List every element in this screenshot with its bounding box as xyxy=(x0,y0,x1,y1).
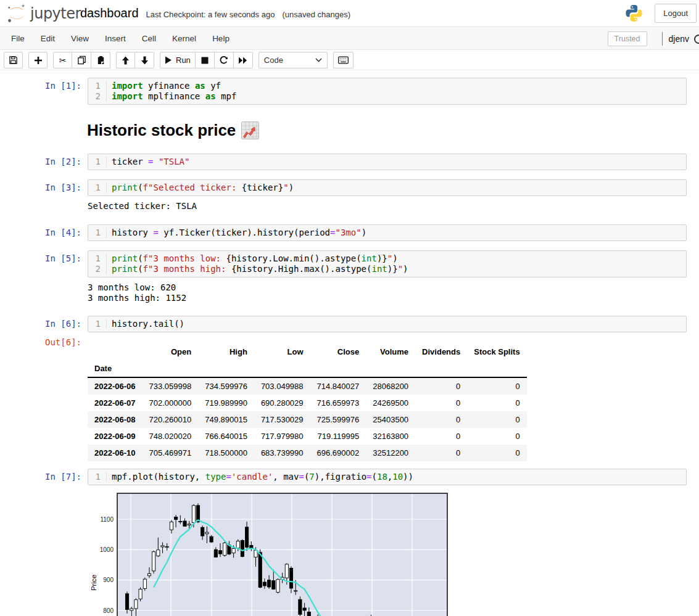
header-right: Logout xyxy=(624,4,697,23)
cell-type-value: Code xyxy=(264,55,283,65)
table-column-header: Volume xyxy=(366,343,415,360)
logout-button[interactable]: Logout xyxy=(655,4,697,23)
jupyter-logo-text: jupyter xyxy=(30,5,81,22)
move-up-button[interactable] xyxy=(116,52,135,68)
cell-input-box: 1ticker = "TSLA" xyxy=(88,154,687,170)
table-value-cell: 0 xyxy=(415,377,467,395)
notebook-title[interactable]: dashboard xyxy=(80,6,139,20)
table-date-cell: 2022-06-10 xyxy=(88,445,143,461)
code-editor[interactable]: print(f"Selected ticker: {ticker}") xyxy=(107,183,686,193)
table-value-cell: 733.059998 xyxy=(143,377,199,395)
table-index-label: Date xyxy=(88,360,143,377)
svg-text:Price: Price xyxy=(90,575,97,591)
table-value-cell: 717.530029 xyxy=(254,411,310,428)
cell-type-select[interactable]: Code xyxy=(259,52,328,68)
scissors-icon: ✂ xyxy=(59,56,67,65)
cell-input-box: 1mpf.plot(history, type='candle', mav=(7… xyxy=(88,469,687,485)
input-prompt: In [2]: xyxy=(0,154,81,167)
table-row: 2022-06-07702.000000719.989990690.280029… xyxy=(88,395,527,411)
line-number-gutter: 1 xyxy=(88,319,107,329)
table-row: 2022-06-09748.020020766.640015717.979980… xyxy=(88,428,527,445)
table-value-cell: 25403500 xyxy=(366,411,415,428)
unsaved-changes-status: (unsaved changes) xyxy=(282,10,350,19)
markdown-heading: Historic stock price xyxy=(87,121,259,140)
jupyter-logo[interactable]: jupyter xyxy=(6,3,81,24)
stop-button[interactable] xyxy=(196,52,215,68)
line-number-gutter: 1 xyxy=(88,228,107,238)
code-editor[interactable]: mpf.plot(history, type='candle', mav=(7)… xyxy=(107,472,686,482)
input-prompt: In [4]: xyxy=(0,224,81,238)
code-cell: In [3]:1print(f"Selected ticker: {ticker… xyxy=(0,179,699,196)
cell-input-box: 12import yfinance as yfimport mplfinance… xyxy=(88,78,687,105)
menu-items: FileEditViewInsertCellKernelHelp xyxy=(0,28,238,49)
menu-item-file[interactable]: File xyxy=(3,28,33,49)
save-icon xyxy=(9,55,18,65)
code-editor[interactable]: print(f"3 months low: {history.Low.min()… xyxy=(107,253,686,274)
menubar-right: Trusted djenv xyxy=(608,28,699,50)
table-value-cell: 718.500000 xyxy=(198,445,254,461)
menu-item-insert[interactable]: Insert xyxy=(97,28,134,49)
restart-kernel-button[interactable] xyxy=(215,52,234,68)
cut-button[interactable]: ✂ xyxy=(53,52,72,68)
table-value-cell: 716.659973 xyxy=(310,395,366,411)
code-editor[interactable]: history.tail() xyxy=(107,319,686,329)
code-editor[interactable]: ticker = "TSLA" xyxy=(107,157,686,167)
output-prompt: Out[6]: xyxy=(0,337,81,348)
checkpoint-status: Last Checkpoint: a few seconds ago xyxy=(146,10,275,19)
copy-icon xyxy=(77,55,86,65)
jupyter-logo-icon xyxy=(6,3,27,24)
run-button[interactable]: Run xyxy=(160,52,196,68)
command-palette-button[interactable] xyxy=(333,52,354,68)
table-value-cell: 0 xyxy=(467,445,526,461)
menu-item-edit[interactable]: Edit xyxy=(33,28,63,49)
line-number-gutter: 1 xyxy=(88,472,107,482)
code-editor[interactable]: import yfinance as yfimport mplfinance a… xyxy=(107,81,686,102)
table-value-cell: 0 xyxy=(415,428,467,445)
table-row: 2022-06-06733.059998734.599976703.049988… xyxy=(88,377,527,395)
fast-forward-icon xyxy=(238,57,247,64)
plus-icon xyxy=(34,56,43,65)
candlestick-chart: 80090010001100Price xyxy=(89,493,453,616)
move-down-button[interactable] xyxy=(135,52,154,68)
line-number-gutter: 1 xyxy=(88,183,107,193)
menu-item-view[interactable]: View xyxy=(63,28,97,49)
table-value-cell: 0 xyxy=(415,411,467,428)
table-value-cell: 0 xyxy=(467,411,526,428)
table-column-header: Dividends xyxy=(415,343,467,360)
table-value-cell: 24269500 xyxy=(366,395,415,411)
table-row: 2022-06-08720.260010749.890015717.530029… xyxy=(88,411,527,428)
paste-button[interactable] xyxy=(91,52,110,68)
menu-bar: FileEditViewInsertCellKernelHelp Trusted… xyxy=(0,28,699,50)
cell-input-box: 12print(f"3 months low: {history.Low.min… xyxy=(88,250,687,277)
code-cell: In [1]:12import yfinance as yfimport mpl… xyxy=(0,78,699,105)
cell-input-box: 1print(f"Selected ticker: {ticker}") xyxy=(88,179,687,196)
copy-button[interactable] xyxy=(72,52,91,68)
table-date-cell: 2022-06-06 xyxy=(88,377,143,395)
insert-cell-button[interactable] xyxy=(28,52,48,68)
stop-icon xyxy=(201,57,209,64)
code-editor[interactable]: history = yf.Ticker(ticker).history(peri… xyxy=(107,228,686,238)
cell-input-box: 1history.tail() xyxy=(88,316,687,332)
table-value-cell: 719.989990 xyxy=(198,395,254,411)
code-cell: In [7]:1mpf.plot(history, type='candle',… xyxy=(0,469,699,485)
menu-item-cell[interactable]: Cell xyxy=(134,28,164,49)
menu-item-help[interactable]: Help xyxy=(204,28,238,49)
table-corner-cell xyxy=(88,343,143,360)
run-button-label: Run xyxy=(176,55,191,65)
table-value-cell: 0 xyxy=(415,395,467,411)
arrow-up-icon xyxy=(122,56,130,65)
table-value-cell: 717.979980 xyxy=(254,428,310,445)
table-column-header: Stock Splits xyxy=(467,343,526,360)
table-column-header: Close xyxy=(310,343,366,360)
table-value-cell: 28068200 xyxy=(366,377,415,395)
save-button[interactable] xyxy=(4,52,23,68)
trusted-badge[interactable]: Trusted xyxy=(608,31,647,46)
table-date-cell: 2022-06-08 xyxy=(88,411,143,428)
refresh-icon xyxy=(219,55,228,65)
dataframe-table: OpenHighLowCloseVolumeDividendsStock Spl… xyxy=(88,343,527,461)
menu-item-kernel[interactable]: Kernel xyxy=(164,28,204,49)
chart-output: 80090010001100Price xyxy=(89,493,453,616)
restart-run-all-button[interactable] xyxy=(234,52,253,68)
arrow-down-icon xyxy=(141,56,149,65)
chart-increasing-emoji xyxy=(241,121,259,139)
